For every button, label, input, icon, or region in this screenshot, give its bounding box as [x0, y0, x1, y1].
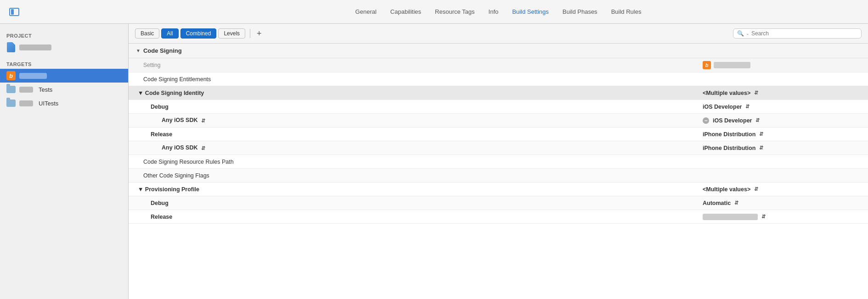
row-value-prov-debug[interactable]: Automatic ⇵ — [693, 197, 868, 209]
main-target-name — [19, 73, 47, 79]
code-signing-title: Code Signing — [143, 47, 182, 54]
sidebar-item-project[interactable] — [0, 40, 128, 54]
row-name-debug-any-ios-sdk: Any iOS SDK ⇵ — [129, 114, 693, 126]
uitests-label: UITests — [39, 100, 58, 107]
sidebar-toggle-icon[interactable] — [9, 8, 19, 16]
tab-resource-tags[interactable]: Resource Tags — [435, 6, 474, 17]
tests-name-blurred — [19, 87, 33, 93]
add-setting-button[interactable]: + — [255, 29, 264, 39]
row-value-debug[interactable]: iOS Developer ⇵ — [693, 101, 868, 113]
combined-button[interactable]: Combined — [180, 28, 217, 39]
row-name-provisioning-profile: ▼ Provisioning Profile — [129, 183, 693, 195]
row-name-prov-release: Release — [129, 211, 693, 223]
debug-any-ios-sdk-value: iOS Developer — [713, 117, 752, 124]
pp-value: <Multiple values> — [703, 186, 750, 193]
code-signing-chevron: ▼ — [136, 48, 141, 53]
row-name-debug: Debug — [129, 101, 693, 113]
table-row: Other Code Signing Flags — [129, 169, 868, 183]
row-name-other-flags: Other Code Signing Flags — [129, 170, 693, 182]
row-value-provisioning-profile[interactable]: <Multiple values> ⇵ — [693, 183, 868, 195]
csi-value: <Multiple values> — [703, 90, 750, 96]
top-navigation: General Capabilities Resource Tags Info … — [0, 0, 868, 24]
toolbar-separator — [250, 29, 250, 38]
row-name-release: Release — [129, 128, 693, 140]
any-ios-sdk-debug-stepper-inline[interactable]: ⇵ — [201, 118, 205, 123]
prov-release-stepper[interactable]: ⇵ — [761, 214, 766, 220]
sidebar-item-main-target[interactable]: b — [0, 69, 128, 83]
row-value-release[interactable]: iPhone Distribution ⇵ — [693, 128, 868, 140]
debug-any-ios-sdk-stepper[interactable]: ⇵ — [755, 117, 760, 123]
release-any-ios-sdk-stepper[interactable]: ⇵ — [759, 145, 763, 151]
app-icon-small: b — [703, 61, 711, 69]
search-chevron-icon: ⌄ — [746, 31, 750, 36]
code-signing-section-header[interactable]: ▼ Code Signing — [129, 44, 868, 58]
project-section-label: PROJECT — [0, 30, 128, 40]
row-name-prov-debug: Debug — [129, 197, 693, 209]
tab-capabilities[interactable]: Capabilities — [390, 6, 421, 17]
table-row: Debug Automatic ⇵ — [129, 196, 868, 210]
table-row: Code Signing Entitlements — [129, 72, 868, 86]
settings-table: ▼ Code Signing Setting b Code Signing En… — [129, 44, 868, 299]
search-input[interactable] — [751, 30, 857, 37]
row-value-debug-any-ios-sdk[interactable]: − iOS Developer ⇵ — [693, 115, 868, 127]
tab-build-phases[interactable]: Build Phases — [563, 6, 597, 17]
sidebar-item-uitests[interactable]: UITests — [0, 96, 128, 110]
tab-general[interactable]: General — [355, 6, 377, 17]
sidebar: PROJECT TARGETS b Tests — [0, 24, 129, 299]
targets-section-label: TARGETS — [0, 59, 128, 69]
sidebar-item-tests[interactable]: Tests — [0, 83, 128, 96]
release-value: iPhone Distribution — [703, 131, 755, 138]
pp-chevron: ▼ — [138, 186, 145, 193]
setting-col-label: Setting — [129, 59, 693, 71]
debug-stepper[interactable]: ⇵ — [745, 104, 750, 110]
uitests-name-blurred — [19, 100, 33, 106]
row-value-code-signing-identity[interactable]: <Multiple values> ⇵ — [693, 87, 868, 99]
row-name-code-signing-identity: ▼ Code Signing Identity — [129, 87, 693, 99]
pp-stepper[interactable]: ⇵ — [754, 186, 758, 192]
project-file-icon — [6, 43, 16, 52]
csi-stepper[interactable]: ⇵ — [754, 90, 758, 96]
csi-chevron: ▼ — [138, 90, 145, 96]
table-row: Release iPhone Distribution ⇵ — [129, 127, 868, 141]
row-name-entitlements: Code Signing Entitlements — [129, 73, 693, 85]
all-button[interactable]: All — [161, 28, 178, 39]
table-row: Code Signing Resource Rules Path — [129, 155, 868, 169]
tab-build-rules[interactable]: Build Rules — [611, 6, 642, 17]
tab-info[interactable]: Info — [489, 6, 499, 17]
table-row: ▼ Provisioning Profile <Multiple values>… — [129, 183, 868, 196]
row-name-release-any-ios-sdk: Any iOS SDK ⇵ — [129, 142, 693, 154]
uitests-folder-icon — [6, 99, 16, 108]
levels-button[interactable]: Levels — [218, 28, 245, 39]
release-any-ios-sdk-stepper-inline[interactable]: ⇵ — [201, 145, 205, 151]
row-name-resource-rules: Code Signing Resource Rules Path — [129, 156, 693, 168]
sidebar-toggle-area — [9, 8, 138, 16]
prov-debug-stepper[interactable]: ⇵ — [734, 200, 738, 206]
prov-debug-value: Automatic — [703, 200, 731, 206]
release-stepper[interactable]: ⇵ — [759, 131, 763, 137]
column-header-row: Setting b — [129, 58, 868, 72]
row-value-prov-release[interactable]: ⇵ — [693, 211, 868, 223]
table-row: Any iOS SDK ⇵ − iOS Developer ⇵ — [129, 114, 868, 127]
value-col-label: b — [693, 58, 868, 72]
search-box: 🔍 ⌄ — [733, 28, 862, 39]
table-row: Debug iOS Developer ⇵ — [129, 100, 868, 114]
table-row: Any iOS SDK ⇵ iPhone Distribution ⇵ — [129, 141, 868, 155]
minus-circle-icon[interactable]: − — [703, 117, 709, 124]
column-value-blurred — [714, 62, 750, 68]
debug-value: iOS Developer — [703, 104, 742, 110]
row-value-other-flags[interactable] — [693, 173, 868, 178]
table-row: Release ⇵ — [129, 210, 868, 224]
app-icon: b — [6, 71, 16, 80]
row-value-release-any-ios-sdk[interactable]: iPhone Distribution ⇵ — [693, 142, 868, 154]
content-area: Basic All Combined Levels + 🔍 ⌄ ▼ Code S… — [129, 24, 868, 299]
row-value-entitlements[interactable] — [693, 77, 868, 82]
tests-label: Tests — [39, 86, 52, 93]
basic-button[interactable]: Basic — [135, 28, 159, 39]
main-layout: PROJECT TARGETS b Tests — [0, 24, 868, 299]
nav-tabs: General Capabilities Resource Tags Info … — [138, 6, 859, 17]
tests-folder-icon — [6, 85, 16, 94]
tab-build-settings[interactable]: Build Settings — [512, 6, 549, 17]
table-row: ▼ Code Signing Identity <Multiple values… — [129, 86, 868, 100]
row-value-resource-rules[interactable] — [693, 159, 868, 165]
search-icon: 🔍 — [737, 30, 744, 37]
